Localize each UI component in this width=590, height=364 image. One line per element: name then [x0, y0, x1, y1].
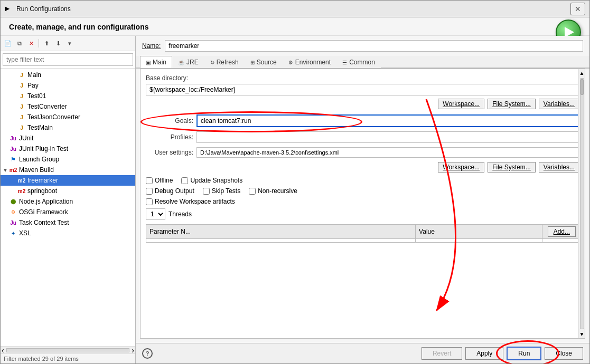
- env-tab-label: Environment: [295, 59, 331, 66]
- tree-item-launch-group[interactable]: ⚑ Launch Group: [1, 154, 135, 165]
- close-button[interactable]: ✕: [570, 3, 585, 15]
- freemarker-maven-icon: m2: [17, 176, 26, 185]
- variables-button-2[interactable]: Variables...: [539, 162, 579, 173]
- name-input[interactable]: [165, 40, 583, 52]
- tree-item-task-context[interactable]: Ju Task Context Test: [1, 217, 135, 228]
- tree-label: Task Context Test: [19, 219, 69, 226]
- common-tab-icon: ☰: [342, 60, 347, 65]
- base-directory-input[interactable]: [146, 84, 579, 95]
- vertical-scrollbar[interactable]: ▲ ▼: [578, 69, 585, 338]
- main-tab-label: Main: [153, 59, 166, 66]
- left-toolbar: 📄 ⧉ ✕ ⬆ ⬇ ▾: [1, 36, 135, 51]
- tree-item-springboot[interactable]: m2 springboot: [1, 186, 135, 196]
- user-settings-input[interactable]: [196, 147, 579, 158]
- run-button[interactable]: Run: [507, 347, 541, 360]
- param-value-cell: [416, 239, 542, 243]
- resolve-workspace-check[interactable]: [146, 198, 153, 205]
- add-parameter-button[interactable]: Add...: [548, 226, 576, 237]
- java-icon: J: [17, 123, 26, 132]
- new-config-button[interactable]: 📄: [3, 38, 13, 49]
- window-title: Run Configurations: [16, 5, 71, 13]
- tabs-bar: ▣ Main ☕ JRE ↻ Refresh ⊞ Source: [136, 56, 589, 69]
- page-title: Create, manage, and run configurations: [9, 23, 149, 31]
- tree-label: freemarker: [27, 177, 58, 184]
- tree-item-testconverter[interactable]: J TestConverter: [1, 101, 135, 112]
- offline-checkbox[interactable]: Offline: [146, 177, 173, 184]
- scrollbar-thumb: [580, 79, 584, 95]
- tree-label: Main: [27, 71, 41, 79]
- env-tab-icon: ⚙: [288, 60, 293, 65]
- name-label: Name:: [142, 42, 161, 50]
- tree-item-pay[interactable]: J Pay: [1, 80, 135, 91]
- profiles-input[interactable]: [196, 131, 579, 143]
- threads-select[interactable]: 1 2 4: [146, 208, 165, 220]
- title-bar-left: ▶ Run Configurations: [5, 5, 71, 13]
- tab-environment[interactable]: ⚙ Environment: [283, 56, 336, 68]
- expand-maven-icon: ▼: [3, 167, 9, 173]
- maven-icon: m2: [9, 166, 17, 174]
- duplicate-button[interactable]: ⧉: [14, 38, 25, 49]
- tab-source[interactable]: ⊞ Source: [245, 56, 283, 68]
- launch-group-icon: ⚑: [9, 155, 17, 164]
- debug-output-checkbox[interactable]: Debug Output: [146, 187, 194, 195]
- dropdown-button[interactable]: ▾: [64, 38, 75, 49]
- profiles-row: Profiles:: [146, 131, 579, 143]
- workspace-button-1[interactable]: Workspace...: [438, 99, 484, 109]
- delete-button[interactable]: ✕: [26, 38, 36, 49]
- tree-item-test01[interactable]: J Test01: [1, 91, 135, 101]
- tree-item-nodejs[interactable]: ⬤ Node.js Application: [1, 196, 135, 207]
- update-snapshots-checkbox[interactable]: Update Snapshots: [181, 177, 242, 184]
- name-row: Name:: [136, 36, 589, 56]
- tree-item-testjsonconverter[interactable]: J TestJsonConverter: [1, 112, 135, 122]
- apply-button[interactable]: Apply: [465, 347, 503, 360]
- variables-button-1[interactable]: Variables...: [539, 99, 579, 109]
- tree-item-xsl[interactable]: ✦ XSL: [1, 228, 135, 238]
- main-content: 📄 ⧉ ✕ ⬆ ⬇ ▾ J Main: [1, 36, 589, 363]
- springboot-maven-icon: m2: [17, 187, 26, 195]
- scroll-down-icon[interactable]: ▼: [578, 330, 585, 338]
- param-col-value: Value: [416, 225, 542, 239]
- workspace-button-2[interactable]: Workspace...: [438, 162, 484, 173]
- non-recursive-label: Non-recursive: [258, 187, 297, 195]
- tree-item-main[interactable]: J Main: [1, 70, 135, 80]
- goals-label: Goals:: [146, 117, 193, 124]
- export-button[interactable]: ⬆: [41, 38, 52, 49]
- tab-common[interactable]: ☰ Common: [336, 56, 381, 68]
- java-icon: J: [17, 92, 26, 100]
- goals-input[interactable]: [196, 114, 579, 127]
- tab-refresh[interactable]: ↻ Refresh: [204, 56, 245, 68]
- tree-item-testmain[interactable]: J TestMain: [1, 122, 135, 133]
- junit-icon: Ju: [9, 134, 17, 142]
- non-recursive-check[interactable]: [249, 188, 256, 195]
- filesystem-button-1[interactable]: File System...: [488, 99, 536, 109]
- source-tab-icon: ⊞: [250, 60, 255, 65]
- close-dialog-button[interactable]: Close: [545, 347, 583, 360]
- horizontal-scrollbar[interactable]: [6, 348, 130, 352]
- scroll-up-icon[interactable]: ▲: [578, 69, 585, 77]
- skip-tests-check[interactable]: [203, 188, 210, 195]
- revert-button[interactable]: Revert: [422, 347, 462, 360]
- base-dir-buttons: Workspace... File System... Variables...: [146, 99, 579, 109]
- non-recursive-checkbox[interactable]: Non-recursive: [249, 187, 297, 195]
- tab-jre[interactable]: ☕ JRE: [172, 56, 204, 68]
- help-button[interactable]: ?: [142, 348, 153, 359]
- right-panel-wrapper: Name: ▣ Main ☕ JRE ↻ Refresh: [136, 36, 589, 363]
- tree-item-junit[interactable]: Ju JUnit: [1, 133, 135, 143]
- goals-row: Goals:: [146, 114, 579, 127]
- update-snapshots-check[interactable]: [181, 177, 188, 184]
- tree-item-junit-plugin[interactable]: Ju JUnit Plug-in Test: [1, 143, 135, 154]
- tree-item-freemarker[interactable]: m2 freemarker: [1, 175, 135, 186]
- java-icon: J: [17, 81, 26, 90]
- filesystem-button-2[interactable]: File System...: [488, 162, 536, 173]
- tree-label: XSL: [19, 229, 31, 237]
- debug-output-check[interactable]: [146, 188, 153, 195]
- offline-check[interactable]: [146, 177, 153, 184]
- import-button[interactable]: ⬇: [53, 38, 63, 49]
- tree-item-maven-build[interactable]: ▼ m2 Maven Build: [1, 165, 135, 175]
- tab-main[interactable]: ▣ Main: [140, 56, 172, 68]
- filter-input[interactable]: [3, 53, 133, 66]
- resolve-workspace-checkbox[interactable]: Resolve Workspace artifacts: [146, 198, 235, 205]
- base-directory-label: Base directory:: [146, 74, 579, 82]
- skip-tests-checkbox[interactable]: Skip Tests: [203, 187, 240, 195]
- tree-item-osgi[interactable]: ⚙ OSGi Framework: [1, 207, 135, 217]
